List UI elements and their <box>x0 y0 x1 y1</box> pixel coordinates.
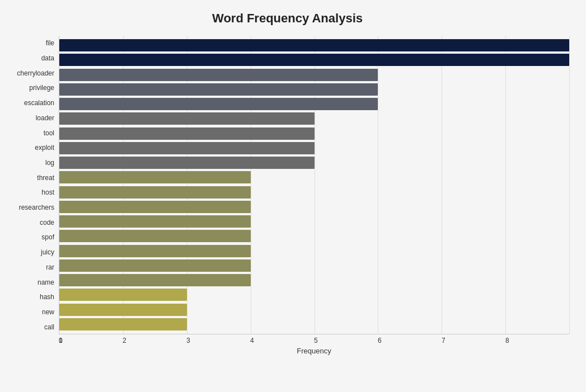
grid-line <box>569 36 570 334</box>
bar <box>59 112 315 125</box>
bar-row <box>59 111 569 126</box>
bar-row <box>59 185 569 200</box>
bar <box>59 83 378 96</box>
x-tick: 8 <box>505 337 569 344</box>
y-label: tool <box>44 125 54 140</box>
bar-row <box>59 200 569 214</box>
bar-row <box>59 214 569 229</box>
y-axis: filedatacherryloaderprivilegeescalationl… <box>6 36 59 334</box>
bar-row <box>59 317 569 332</box>
y-label: data <box>41 51 54 66</box>
bar <box>59 171 251 183</box>
chart-container: Word Frequency Analysis filedatacherrylo… <box>0 0 586 392</box>
bar <box>59 39 569 51</box>
bar-row <box>59 229 569 243</box>
x-tick: 3 <box>186 337 250 344</box>
y-label: spof <box>41 230 54 245</box>
bar <box>59 98 378 110</box>
bar-row <box>59 244 569 258</box>
y-label: cherryloader <box>17 65 54 81</box>
y-label: host <box>41 185 54 200</box>
x-tick: 2 <box>123 337 186 344</box>
x-tick: 6 <box>378 337 442 344</box>
bar-row <box>59 273 569 287</box>
bar-row <box>59 303 569 317</box>
chart-title: Word Frequency Analysis <box>6 11 569 26</box>
bar <box>59 186 251 199</box>
bar <box>59 127 315 140</box>
bar-row <box>59 141 569 155</box>
y-label: rar <box>46 260 54 275</box>
x-tick: 4 <box>250 337 314 344</box>
bar-row <box>59 258 569 273</box>
bar-row <box>59 170 569 185</box>
y-label: juicy <box>41 245 54 260</box>
bar-row <box>59 97 569 111</box>
bar <box>59 259 251 272</box>
y-label: hash <box>40 290 54 305</box>
bar <box>59 69 378 81</box>
y-label: name <box>37 275 54 290</box>
y-label: privilege <box>29 81 54 96</box>
y-label: file <box>46 36 54 51</box>
y-label: loader <box>36 111 54 126</box>
x-tick: 1 <box>59 337 123 344</box>
bar <box>59 230 251 242</box>
y-label: escalation <box>24 96 54 111</box>
bar-row <box>59 38 569 53</box>
y-label: call <box>44 319 54 334</box>
bar <box>59 274 251 286</box>
y-label: exploit <box>35 140 54 155</box>
plot-area <box>59 36 569 334</box>
bar-row <box>59 287 569 302</box>
bar-row <box>59 53 569 67</box>
y-label: researchers <box>19 200 54 215</box>
bar <box>59 142 315 154</box>
y-label: threat <box>37 170 54 185</box>
bar <box>59 201 251 213</box>
bar <box>59 245 251 257</box>
bar <box>59 157 315 169</box>
x-tick: 5 <box>314 337 378 344</box>
bar <box>59 54 569 66</box>
x-tick: 7 <box>442 337 505 344</box>
x-axis-label: Frequency <box>59 347 569 355</box>
y-label: new <box>42 305 54 320</box>
y-label: code <box>40 215 54 230</box>
y-label: log <box>45 155 54 171</box>
bar <box>59 215 251 228</box>
bar-row <box>59 126 569 141</box>
bar-row <box>59 68 569 82</box>
bar <box>59 304 187 316</box>
bar <box>59 289 187 301</box>
bar <box>59 318 187 330</box>
bar-row <box>59 155 569 170</box>
bar-row <box>59 82 569 97</box>
